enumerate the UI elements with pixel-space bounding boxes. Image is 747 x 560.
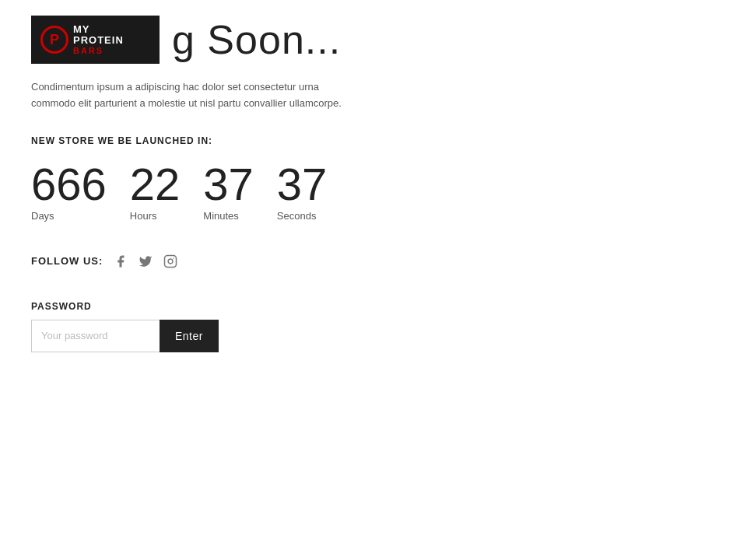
social-icons [112,253,179,270]
instagram-link[interactable] [162,253,179,270]
countdown: 666 Days 22 Hours 37 Minutes 37 Seconds [31,162,716,222]
countdown-label: NEW STORE WE BE LAUNCHED IN: [31,135,716,146]
facebook-icon [114,254,128,268]
logo-my: MY [73,24,124,35]
logo-bars: BARS [73,46,124,55]
twitter-icon [139,254,153,268]
facebook-link[interactable] [112,253,129,270]
header: P MY PROTEIN BARS g Soon... [31,16,716,64]
minutes-unit: Minutes [203,210,239,222]
password-label: PASSWORD [31,301,716,312]
password-section: PASSWORD Enter [31,301,716,352]
password-input[interactable] [31,320,160,352]
logo: P MY PROTEIN BARS [31,16,160,64]
hours-value: 22 [130,162,181,207]
countdown-days: 666 Days [31,162,107,222]
days-unit: Days [31,210,54,222]
follow-label: FOLLOW US: [31,255,103,267]
seconds-unit: Seconds [277,210,317,222]
enter-button[interactable]: Enter [160,320,219,352]
page-title: g Soon... [172,16,341,63]
svg-rect-0 [165,255,177,267]
password-form: Enter [31,320,716,352]
seconds-value: 37 [277,162,328,207]
twitter-link[interactable] [137,253,154,270]
days-value: 666 [31,162,107,207]
logo-text: MY PROTEIN BARS [73,24,124,56]
minutes-value: 37 [203,162,254,207]
follow-section: FOLLOW US: [31,253,716,270]
instagram-icon [163,254,177,268]
description-text: Condimentum ipsum a adipiscing hac dolor… [31,79,342,112]
logo-protein: PROTEIN [73,35,124,46]
hours-unit: Hours [130,210,157,222]
countdown-hours: 22 Hours [130,162,181,222]
countdown-minutes: 37 Minutes [203,162,254,222]
page-container: P MY PROTEIN BARS g Soon... Condimentum … [0,0,747,383]
logo-icon: P [40,26,68,54]
countdown-seconds: 37 Seconds [277,162,328,222]
